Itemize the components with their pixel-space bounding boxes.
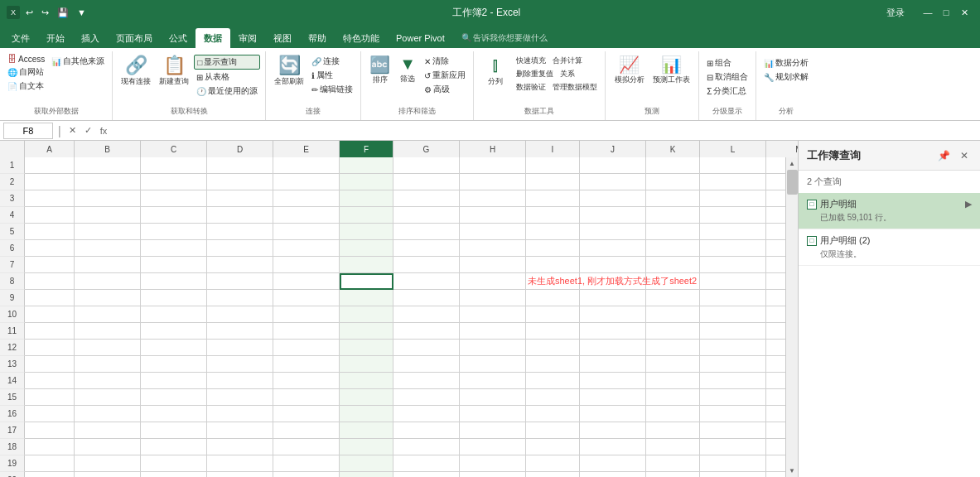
cell-F13[interactable] [340, 356, 393, 373]
cell-B7[interactable] [75, 257, 141, 273]
row-header-8[interactable]: 8 [0, 273, 25, 290]
cell-M20[interactable] [766, 472, 785, 477]
cell-H17[interactable] [460, 422, 526, 439]
cell-F17[interactable] [340, 422, 393, 439]
cell-A13[interactable] [25, 356, 75, 373]
cell-J19[interactable] [580, 455, 646, 472]
cell-I11[interactable] [526, 323, 580, 340]
cell-F19[interactable] [340, 455, 393, 472]
scroll-down-arrow[interactable]: ▼ [786, 465, 799, 477]
cell-G16[interactable] [393, 406, 460, 422]
cell-A2[interactable] [25, 174, 75, 190]
qat-redo[interactable]: ↪ [39, 7, 51, 19]
cell-H13[interactable] [460, 356, 526, 373]
cell-J12[interactable] [580, 340, 646, 356]
cell-L1[interactable] [700, 157, 766, 174]
edit-links-button[interactable]: ✏ 编辑链接 [309, 83, 355, 96]
cell-E2[interactable] [273, 174, 340, 190]
cell-F1[interactable] [340, 157, 393, 174]
cell-G14[interactable] [393, 373, 460, 389]
qat-dropdown[interactable]: ▼ [75, 7, 89, 18]
cell-G12[interactable] [393, 340, 460, 356]
cell-L20[interactable] [700, 472, 766, 477]
cell-K5[interactable] [646, 224, 700, 240]
refresh-all-button[interactable]: 🔄 全部刷新 [271, 53, 307, 88]
cell-D15[interactable] [207, 389, 273, 406]
cell-H5[interactable] [460, 224, 526, 240]
cell-C1[interactable] [141, 157, 207, 174]
cell-E6[interactable] [273, 240, 340, 257]
close-button[interactable]: ✕ [955, 3, 973, 22]
corner-cell[interactable] [0, 141, 25, 157]
panel-pin-icon[interactable]: 📌 [934, 148, 953, 163]
cell-G2[interactable] [393, 174, 460, 190]
row-header-1[interactable]: 1 [0, 157, 25, 174]
tab-special[interactable]: 特色功能 [335, 28, 388, 48]
cell-I4[interactable] [526, 207, 580, 224]
access-button[interactable]: 🗄 Access [5, 53, 47, 65]
cell-A7[interactable] [25, 257, 75, 273]
col-header-k[interactable]: K [646, 141, 700, 157]
cell-I8[interactable]: 未生成sheet1, 刚才加载方式生成了sheet2 [526, 273, 580, 290]
cell-D5[interactable] [207, 224, 273, 240]
tab-formula[interactable]: 公式 [161, 28, 196, 48]
cell-L4[interactable] [700, 207, 766, 224]
cell-I17[interactable] [526, 422, 580, 439]
col-header-h[interactable]: H [460, 141, 526, 157]
cell-F16[interactable] [340, 406, 393, 422]
cell-E8[interactable] [273, 273, 340, 290]
cell-I15[interactable] [526, 389, 580, 406]
cell-B20[interactable] [75, 472, 141, 477]
cell-M11[interactable] [766, 323, 785, 340]
formula-cancel[interactable]: ✕ [66, 125, 79, 136]
cell-F12[interactable] [340, 340, 393, 356]
cell-C16[interactable] [141, 406, 207, 422]
cell-B10[interactable] [75, 306, 141, 323]
cell-I16[interactable] [526, 406, 580, 422]
cell-J17[interactable] [580, 422, 646, 439]
query-item-1[interactable]: □ 用户明细 ▶ 已加载 59,101 行。 [799, 193, 980, 229]
text-to-cols-button[interactable]: ⫿ 分列 [479, 53, 512, 88]
cell-H1[interactable] [460, 157, 526, 174]
advanced-button[interactable]: ⚙ 高级 [422, 83, 468, 96]
row-header-7[interactable]: 7 [0, 257, 25, 273]
cell-H3[interactable] [460, 190, 526, 207]
cell-K10[interactable] [646, 306, 700, 323]
cell-E1[interactable] [273, 157, 340, 174]
tab-file[interactable]: 文件 [3, 28, 38, 48]
cell-H8[interactable] [460, 273, 526, 290]
cell-L2[interactable] [700, 174, 766, 190]
cell-C7[interactable] [141, 257, 207, 273]
cell-A4[interactable] [25, 207, 75, 224]
cell-J10[interactable] [580, 306, 646, 323]
cell-A3[interactable] [25, 190, 75, 207]
cell-K20[interactable] [646, 472, 700, 477]
col-header-m[interactable]: M [766, 141, 798, 157]
panel-close-icon[interactable]: ✕ [957, 148, 972, 163]
cell-D18[interactable] [207, 439, 273, 455]
cell-J2[interactable] [580, 174, 646, 190]
remove-duplicates-button[interactable]: 删除重复值 [514, 68, 556, 80]
cell-L18[interactable] [700, 439, 766, 455]
row-header-19[interactable]: 19 [0, 455, 25, 472]
cell-M17[interactable] [766, 422, 785, 439]
cell-H20[interactable] [460, 472, 526, 477]
cell-J4[interactable] [580, 207, 646, 224]
maximize-button[interactable]: □ [937, 3, 955, 22]
cell-K7[interactable] [646, 257, 700, 273]
cell-B18[interactable] [75, 439, 141, 455]
cell-D7[interactable] [207, 257, 273, 273]
cell-F5[interactable] [340, 224, 393, 240]
cell-G3[interactable] [393, 190, 460, 207]
cell-M13[interactable] [766, 356, 785, 373]
forecast-sheet-button[interactable]: 📊 预测工作表 [649, 53, 693, 86]
cell-I6[interactable] [526, 240, 580, 257]
name-box[interactable] [3, 123, 53, 139]
show-query-button[interactable]: □ 显示查询 [194, 55, 260, 70]
properties-button[interactable]: ℹ 属性 [309, 69, 355, 82]
cell-K13[interactable] [646, 356, 700, 373]
cell-C18[interactable] [141, 439, 207, 455]
cell-D16[interactable] [207, 406, 273, 422]
query-item-2[interactable]: □ 用户明细 (2) 仅限连接。 [799, 229, 980, 266]
cell-B9[interactable] [75, 290, 141, 306]
